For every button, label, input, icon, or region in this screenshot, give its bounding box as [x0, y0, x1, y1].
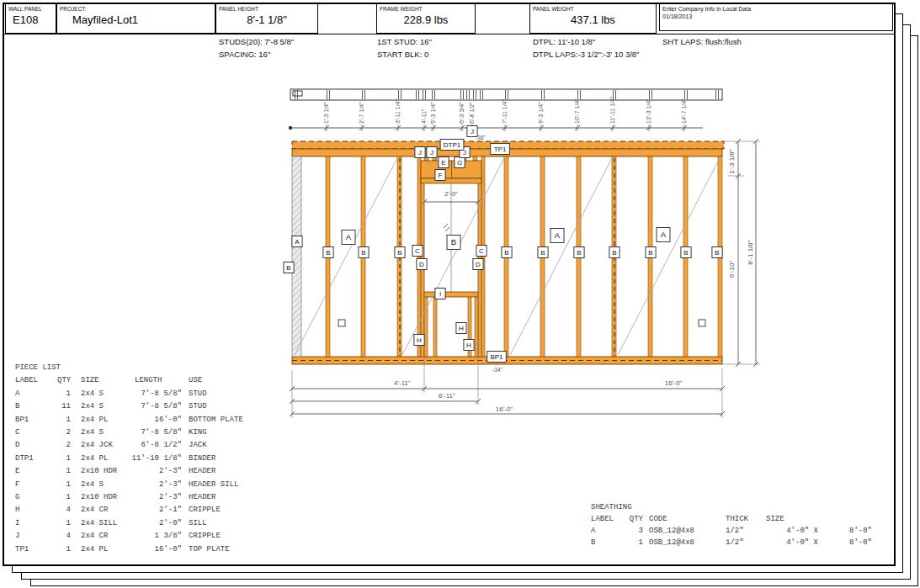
svg-text:H: H	[459, 325, 464, 332]
svg-text:C: C	[415, 247, 420, 255]
header-sill-f	[421, 178, 481, 183]
member-label: DTP1	[440, 140, 464, 151]
stud	[475, 297, 478, 357]
svg-text:J: J	[418, 149, 422, 156]
member-label: B	[609, 247, 620, 258]
sheathing-list: SHEATHING LABEL QTY CODE THICK SIZE A3OS…	[591, 501, 872, 548]
sheathing-row: B1OSB_12@4x81/2"4'-0" X8'-0"	[591, 537, 872, 548]
member-label: D	[473, 259, 483, 270]
sheathing-header: LABEL QTY CODE THICK SIZE	[591, 513, 872, 525]
top-dim-label: 4'-11"	[421, 109, 427, 124]
member-label: H	[456, 323, 466, 334]
svg-text:A: A	[661, 230, 667, 239]
piece-list-title: PIECE LIST	[15, 362, 243, 374]
top-dim-label: 14'-7 1/4"	[681, 98, 687, 124]
member-label: J	[467, 126, 477, 137]
member-label: A	[342, 230, 355, 245]
top-dim-label: 5'-3 1/4"	[430, 102, 436, 124]
member-label: A	[657, 228, 670, 242]
stud	[433, 297, 437, 357]
sheathing-rows: A3OSB_12@4x81/2"4'-0" X8'-0"B1OSB_12@4x8…	[591, 525, 872, 548]
member-label: B	[359, 247, 369, 258]
wall-panel-drawing-app: { "header": { "wall_panel_label": "WALL …	[0, 0, 920, 588]
svg-text:A: A	[555, 230, 561, 240]
top-dim-label: 1'-3 1/4"	[323, 102, 329, 124]
top-dim-label: 6'-8 1/2"	[469, 102, 475, 124]
svg-text:16'-0": 16'-0"	[665, 379, 683, 387]
piece-list-row: J42x4 CR1 3/8"CRIPPLE	[15, 530, 243, 543]
svg-text:B: B	[504, 249, 508, 257]
svg-text:1'-3 1/8": 1'-3 1/8"	[728, 149, 736, 173]
stud	[417, 156, 421, 357]
piece-list-row: I12x4 SILL2'-0"SILL	[15, 517, 243, 530]
top-dim-label: 10'-7 1/4"	[574, 98, 580, 124]
svg-text:B: B	[361, 249, 365, 257]
member-label: F	[435, 170, 445, 181]
member-label: B	[646, 247, 656, 258]
svg-text:D: D	[476, 261, 481, 268]
svg-text:B: B	[648, 249, 652, 257]
svg-text:B: B	[326, 249, 330, 257]
piece-list-row: BP112x4 PL16'-0"BOTTOM PLATE	[15, 414, 243, 426]
svg-text:H: H	[466, 342, 471, 349]
svg-text:TP1: TP1	[494, 146, 507, 153]
svg-text:A: A	[346, 232, 352, 241]
piece-list-row: TP112x4 PL16'-0"TOP PLATE	[15, 543, 243, 556]
svg-text:B: B	[577, 249, 581, 257]
svg-text:2'-0": 2'-0"	[444, 190, 458, 198]
svg-text:A: A	[295, 238, 300, 246]
stud	[481, 156, 485, 357]
svg-text:B: B	[683, 249, 688, 257]
top-dim-label: 7'-11 1/4"	[502, 98, 508, 124]
top-dimension-chain: -36"	[289, 126, 703, 140]
plate-layout-strip	[290, 89, 722, 100]
piece-list-header: LABEL QTY SIZE LENGTH USE	[15, 374, 243, 387]
svg-text:4'-11": 4'-11"	[394, 379, 411, 387]
member-label: B	[447, 236, 460, 250]
sheathing-row: A3OSB_12@4x81/2"4'-0" X8'-0"	[591, 525, 872, 537]
svg-text:B: B	[451, 237, 456, 246]
member-label: B	[502, 247, 512, 258]
svg-text:I: I	[439, 290, 441, 298]
header-eg	[421, 161, 481, 178]
member-label: H	[414, 335, 424, 346]
member-label: B	[284, 262, 294, 273]
svg-text:B: B	[715, 249, 719, 257]
studs	[326, 156, 722, 357]
svg-text:F: F	[439, 172, 443, 179]
top-dim-label: 9'-3 1/4"	[538, 102, 544, 124]
member-label: D	[417, 259, 427, 270]
member-label: B	[712, 247, 722, 258]
member-label: B	[574, 247, 584, 258]
svg-text:D: D	[419, 261, 424, 268]
piece-list-row: E12x10 HDR2'-3"HEADER	[15, 465, 243, 478]
top-dim-label: 3'-11 1/4"	[395, 98, 401, 124]
top-dim-label: 11'-11 1/4"	[609, 96, 615, 124]
svg-text:DTP1: DTP1	[444, 141, 461, 149]
top-dim-label: 2'-7 1/4"	[359, 102, 364, 124]
member-label: I	[435, 289, 445, 299]
member-label: B	[323, 247, 333, 258]
svg-text:G: G	[457, 159, 462, 167]
member-label: B	[395, 247, 405, 258]
piece-list-row: A12x4 S7'-8 5/8"STUD	[15, 388, 243, 400]
piece-list-row: F12x4 S2'-3"HEADER SILL	[15, 479, 243, 491]
svg-text:B: B	[397, 249, 402, 257]
member-label: B	[681, 247, 691, 258]
top-dim-label: 6'-3 3/4"	[459, 102, 465, 124]
svg-text:J: J	[430, 149, 433, 156]
piece-list-row: B112x4 S7'-8 5/8"STUD	[15, 400, 243, 413]
stud	[473, 156, 477, 161]
piece-list: PIECE LIST LABEL QTY SIZE LENGTH USE A12…	[15, 362, 243, 556]
member-label: E	[439, 157, 449, 168]
svg-text:6'-11": 6'-11"	[439, 392, 455, 400]
member-label: C	[476, 246, 487, 257]
member-label: H	[464, 340, 474, 351]
svg-text:6'-10": 6'-10"	[728, 261, 736, 278]
member-label: J	[415, 147, 425, 158]
svg-text:8'-1 1/8": 8'-1 1/8"	[747, 240, 754, 264]
member-label: C	[412, 246, 423, 257]
piece-list-row: H42x4 CR2'-1"CRIPPLE	[15, 504, 243, 516]
stud	[424, 297, 428, 357]
svg-text:16'-0": 16'-0"	[496, 405, 513, 413]
